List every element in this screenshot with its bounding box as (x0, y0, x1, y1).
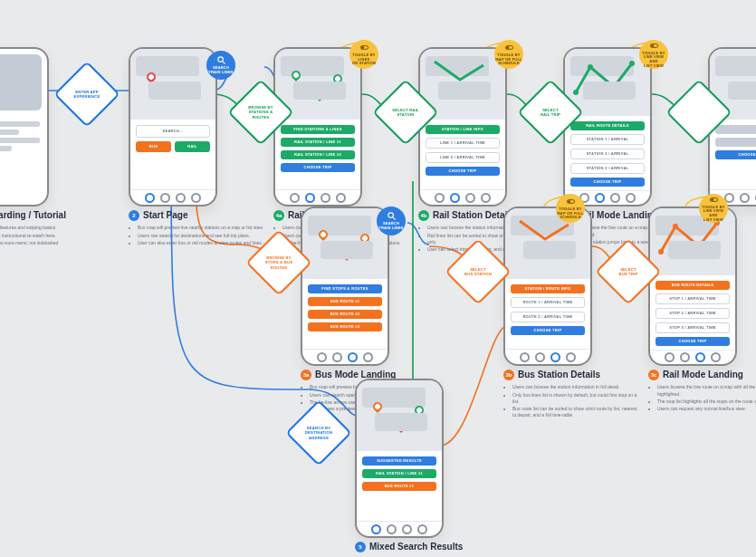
toggle-map-schedule-2: TOGGLE BY MAP OR FULL SCHEDULE (556, 194, 585, 223)
station-arrival-row[interactable]: STATION 3 / ARRIVAL (570, 163, 645, 174)
caption-mixed-search: 5Mixed Search Results Multi-modal search… (355, 542, 491, 557)
map-pin-icon (331, 72, 344, 85)
map-pin-icon (395, 420, 407, 433)
map-pin-icon (455, 87, 467, 100)
caption-bus-route: 3cRail Mode Landing Users browse the lin… (648, 370, 756, 413)
toggle-map-schedule: TOGGLE BY MAP OR FULL SCHEDULE (494, 40, 523, 69)
decision-select-rail-station: SELECT RAIL STATION (377, 83, 435, 141)
choose-trip-button[interactable]: CHOOSE TRIP (570, 178, 645, 187)
find-stops-button[interactable]: FIND STOPS & ROUTES (308, 284, 382, 293)
svg-point-11 (388, 213, 393, 218)
suggested-results-button[interactable]: SUGGESTED RESULTS (362, 456, 436, 466)
bus-result-button[interactable]: BUS ROUTE #1 (362, 482, 436, 491)
decision-select-bus-station: SELECT BUS STATION (449, 243, 507, 301)
toggle-lines-station: TOGGLE BY LINES OR STATION (349, 40, 378, 69)
toggle-line-list: TOGGLE BY LINE VIEW AND LIST VIEW (639, 40, 668, 69)
caption-bus-station-details: 3bBus Station Details Users can browse t… (503, 370, 639, 420)
toggle-line-list-2: TOGGLE BY LINE VIEW AND LIST VIEW (699, 194, 728, 223)
bus-route-button[interactable]: BUS ROUTE #2 (308, 310, 382, 319)
route-details-button[interactable]: BUS ROUTE DETAILS (656, 281, 730, 290)
flow-canvas: 1Onboarding / Tutorial Teaches major fea… (0, 0, 756, 557)
line-arrival-row[interactable]: LINE 1 / ARRIVAL TIME (426, 138, 500, 149)
decision-enter-app: ENTER APP EXPERIENCE (58, 65, 116, 123)
route-details-button[interactable]: RAIL ROUTE DETAILS (570, 121, 645, 130)
toggle-icon (359, 43, 369, 53)
toggle-icon (566, 197, 576, 206)
svg-point-20 (568, 200, 570, 203)
action-search-train-lines-2: SEARCH TRAIN LINES (377, 206, 406, 235)
route-arrival-row[interactable]: ROUTE 1 / ARRIVAL TIME (511, 297, 585, 308)
map-pin-icon (145, 71, 158, 83)
search-input[interactable]: SEARCH… (136, 125, 210, 138)
svg-point-7 (696, 244, 702, 249)
station-arrival-row[interactable]: STATION 1 / ARRIVAL (570, 134, 645, 145)
station-info-button[interactable]: STATION / LINE INFO (426, 125, 500, 134)
station-arrival-row[interactable]: STATION 2 / ARRIVAL (570, 149, 645, 159)
action-search-train-lines: SEARCH TRAIN LINES (206, 51, 235, 80)
rail-line-button[interactable]: RAIL STATION / LINE #2 (281, 150, 355, 159)
svg-point-6 (673, 224, 678, 229)
stop-arrival-row[interactable]: STOP 3 / ARRIVAL TIME (656, 322, 730, 333)
decision-browse-stations: BROWSE BY STATIONS & ROUTES (232, 83, 290, 141)
bus-route-button[interactable]: BUS ROUTE #1 (308, 297, 382, 306)
stop-arrival-row[interactable]: STOP 1 / ARRIVAL TIME (656, 293, 730, 304)
screen-bus-landing: FIND STOPS & ROUTES BUS ROUTE #1 BUS ROU… (301, 206, 389, 366)
map-pin-icon (313, 89, 326, 101)
stop-arrival-row[interactable]: STOP 2 / ARRIVAL TIME (656, 308, 730, 319)
svg-point-2 (611, 84, 617, 90)
start-content: SEARCH… BUS RAIL (130, 120, 215, 189)
rail-mode-button[interactable]: RAIL (175, 141, 210, 152)
svg-point-14 (361, 46, 364, 49)
search-icon (387, 211, 397, 221)
decision-select-bus-trip: SELECT BUS TRIP (599, 243, 657, 301)
map-pin-icon (179, 87, 192, 100)
map-pin-icon (371, 400, 384, 413)
screen-onboarding (0, 47, 49, 206)
toggle-icon (504, 43, 514, 53)
map-pin-icon (290, 69, 302, 82)
bullets-onboarding: Teaches major features and swiping basic… (0, 225, 96, 246)
tutorial-text-lines (0, 116, 47, 157)
screen-bus-station-details: STATION / ROUTE INFO ROUTE 1 / ARRIVAL T… (503, 206, 592, 366)
svg-point-18 (651, 44, 654, 47)
line-arrival-row[interactable]: LINE 2 / ARRIVAL TIME (426, 152, 500, 163)
rail-result-button[interactable]: RAIL STATION / LINE #1 (362, 469, 436, 478)
find-stations-button[interactable]: FIND STATIONS & LINES (281, 125, 355, 134)
map-pin-icon (540, 246, 552, 259)
rail-line-button[interactable]: RAIL STATION / LINE #1 (281, 138, 355, 147)
choose-trip-button[interactable]: CHOOSE TRIP (426, 167, 500, 176)
start-map (130, 49, 215, 120)
route-arrival-row[interactable]: ROUTE 2 / ARRIVAL TIME (511, 312, 585, 322)
svg-point-16 (506, 46, 509, 49)
choose-trip-button[interactable]: CHOOSE TRIP (281, 163, 355, 172)
decision-browse-stops: BROWSE BY STOPS & BUS ROUTES (250, 234, 308, 292)
toggle-icon (649, 41, 659, 51)
decision-search-destination: SEARCH BY DESTINATION ADDRESS (290, 404, 348, 462)
svg-line-12 (392, 217, 395, 220)
svg-point-5 (658, 249, 664, 254)
svg-point-9 (217, 57, 223, 62)
decision-select-rail-trip: SELECT RAIL TRIP (522, 83, 579, 141)
bus-mode-button[interactable]: BUS (136, 141, 171, 152)
screen-start: SEARCH… BUS RAIL (129, 47, 217, 206)
svg-point-3 (629, 61, 635, 66)
search-icon (216, 55, 226, 65)
map-pin-icon (413, 404, 426, 417)
tutorial-illustration (0, 54, 42, 110)
svg-point-22 (711, 198, 713, 201)
caption-start: 2Start Page Bus map will preview live ne… (129, 210, 264, 247)
station-info-button[interactable]: STATION / ROUTE INFO (511, 284, 585, 293)
choose-trip-button[interactable]: CHOOSE TRIP (715, 150, 756, 159)
map-pin-icon (317, 228, 330, 241)
screen-mixed-search: SUGGESTED RESULTS RAIL STATION / LINE #1… (355, 379, 444, 538)
toggle-icon (709, 195, 719, 205)
choose-trip-button[interactable]: CHOOSE TRIP (656, 337, 730, 346)
map-pin-icon (340, 248, 353, 261)
bus-route-button[interactable]: BUS ROUTE #3 (308, 322, 382, 331)
choose-trip-button[interactable]: CHOOSE TRIP (511, 326, 585, 335)
caption-onboarding: 1Onboarding / Tutorial Teaches major fea… (0, 210, 96, 247)
screen-bus-route: BUS ROUTE DETAILS STOP 1 / ARRIVAL TIME … (648, 206, 737, 366)
map-pin-icon (359, 232, 371, 245)
svg-line-10 (222, 62, 225, 64)
nav-dots (130, 189, 215, 205)
